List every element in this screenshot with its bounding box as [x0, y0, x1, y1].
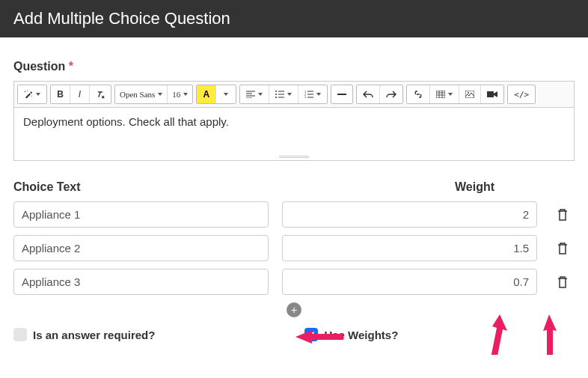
choice-text-input[interactable]	[13, 269, 269, 295]
required-asterisk: *	[69, 60, 73, 73]
svg-point-1	[27, 90, 28, 91]
magic-tool-button[interactable]	[18, 85, 46, 103]
table-button[interactable]	[430, 85, 459, 103]
font-size-select[interactable]: 16	[168, 85, 192, 103]
svg-point-3	[275, 91, 277, 92]
choice-weight-input[interactable]	[282, 269, 537, 295]
options-row: Is an answer required? ✓ Use Weights?	[13, 328, 575, 341]
editor-resize-handle[interactable]	[14, 153, 574, 160]
italic-button[interactable]: I	[70, 85, 90, 103]
weight-header: Weight	[455, 180, 537, 194]
choice-row	[13, 201, 575, 228]
use-weights-checkbox[interactable]: ✓ Use Weights?	[304, 328, 398, 341]
choice-weight-input[interactable]	[282, 201, 537, 228]
redo-button[interactable]	[380, 85, 402, 103]
question-body-input[interactable]: Deployment options. Check all that apply…	[14, 108, 574, 153]
editor-toolbar: B I Open Sans 16 A 123	[14, 82, 574, 108]
choice-columns: Choice Text Weight	[13, 180, 575, 201]
highlight-color-button[interactable]: A	[197, 85, 216, 103]
unordered-list-button[interactable]	[269, 85, 298, 103]
choice-text-input[interactable]	[13, 201, 269, 228]
svg-rect-13	[487, 91, 494, 97]
font-family-select[interactable]: Open Sans	[115, 85, 168, 103]
svg-point-5	[275, 97, 277, 98]
svg-point-4	[275, 94, 277, 95]
checkbox-checked-icon: ✓	[304, 328, 318, 341]
bold-button[interactable]: B	[51, 85, 70, 103]
ordered-list-button[interactable]: 123	[298, 85, 327, 103]
form-content: Question * B I Open Sans 16 A	[0, 37, 588, 355]
highlight-color-more-button[interactable]	[216, 85, 236, 103]
rich-text-editor: B I Open Sans 16 A 123	[13, 81, 575, 161]
paragraph-align-button[interactable]	[240, 85, 269, 103]
image-button[interactable]	[459, 85, 481, 103]
checkbox-unchecked-icon	[13, 328, 27, 341]
svg-rect-9	[337, 94, 346, 95]
delete-choice-button[interactable]	[551, 270, 575, 294]
required-checkbox[interactable]: Is an answer required?	[13, 328, 155, 341]
svg-text:3: 3	[304, 96, 307, 98]
video-button[interactable]	[481, 85, 503, 103]
page-title: Add Multiple Choice Question	[13, 9, 230, 28]
svg-point-0	[25, 91, 26, 93]
page-header: Add Multiple Choice Question	[0, 0, 588, 37]
code-view-button[interactable]: </>	[508, 85, 535, 103]
clear-format-button[interactable]	[90, 85, 111, 103]
choice-text-input[interactable]	[13, 235, 269, 261]
add-choice-button[interactable]: +	[287, 302, 301, 317]
choice-row	[13, 235, 575, 261]
question-label: Question *	[13, 60, 575, 73]
svg-rect-10	[436, 91, 445, 98]
svg-point-12	[468, 92, 469, 94]
choice-text-header: Choice Text	[13, 180, 441, 194]
horizontal-rule-button[interactable]	[331, 85, 352, 103]
choice-row	[13, 269, 575, 295]
delete-choice-button[interactable]	[551, 237, 575, 260]
link-button[interactable]	[407, 85, 430, 103]
svg-point-2	[31, 96, 32, 97]
choice-weight-input[interactable]	[282, 235, 537, 261]
delete-choice-button[interactable]	[551, 203, 575, 227]
undo-button[interactable]	[357, 85, 380, 103]
